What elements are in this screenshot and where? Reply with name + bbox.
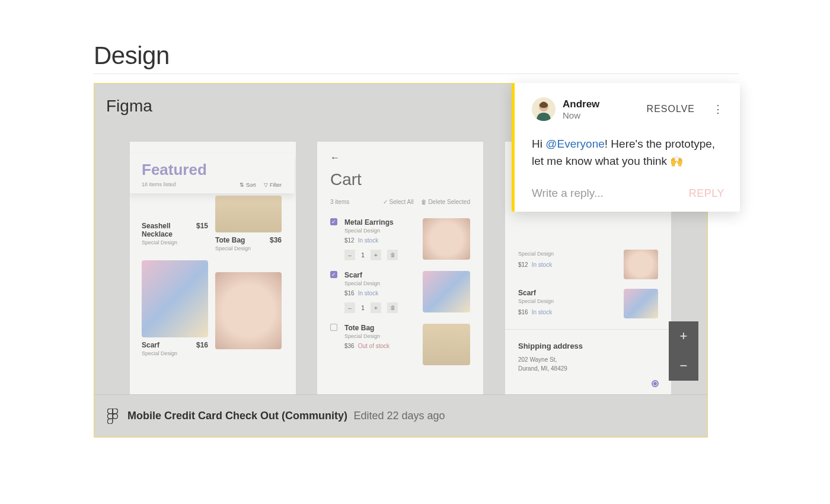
qty-increase-button[interactable]: + xyxy=(371,250,381,260)
sort-icon: ⇅ xyxy=(240,182,246,188)
product-name: Scarf xyxy=(142,341,159,349)
zoom-in-button[interactable]: + xyxy=(669,321,698,351)
cart-item-price: $36 xyxy=(344,343,355,349)
delete-selected-button[interactable]: 🗑 Delete Selected xyxy=(421,199,470,205)
zoom-controls: + − xyxy=(669,321,698,381)
product-image xyxy=(142,260,208,337)
stock-badge: In stock xyxy=(532,261,552,268)
reply-button[interactable]: REPLY xyxy=(689,187,724,200)
product-price: $15 xyxy=(196,222,208,230)
check-icon: ✓ xyxy=(383,199,390,205)
qty-increase-button[interactable]: + xyxy=(371,302,381,313)
divider xyxy=(94,74,739,74)
qty-decrease-button[interactable]: – xyxy=(344,302,355,313)
product-image xyxy=(423,218,470,260)
checkout-item-price: $16 xyxy=(518,309,528,315)
product-label: Special Design xyxy=(142,240,208,245)
artboard-featured: Tote Bag $36 Special Design Seashell Nec… xyxy=(130,142,296,395)
figma-logo-icon xyxy=(107,409,118,424)
qty-value: 1 xyxy=(357,252,368,259)
product-price: $16 xyxy=(196,341,208,349)
stock-badge: In stock xyxy=(532,309,552,315)
cart-item-name: Tote Bag xyxy=(344,324,417,332)
checkout-row: Scarf Special Design $16In stock xyxy=(505,284,671,323)
more-options-icon[interactable]: ⋮ xyxy=(711,103,724,116)
stock-badge: Out of stock xyxy=(358,343,390,349)
cart-item-name: Scarf xyxy=(344,271,417,279)
featured-title: Featured xyxy=(142,161,282,179)
cart-row: Tote Bag Special Design $36Out of stock xyxy=(317,315,483,368)
radio-selected-icon[interactable] xyxy=(652,380,659,387)
product-label: Special Design xyxy=(142,350,208,356)
product-name: Tote Bag xyxy=(215,236,245,244)
zoom-out-button[interactable]: − xyxy=(669,351,698,381)
cart-row: ✓ Scarf Special Design $16In stock – 1 +… xyxy=(317,263,483,315)
checkout-item-price: $12 xyxy=(518,261,528,268)
figma-brand-label: Figma xyxy=(106,97,152,116)
remove-item-button[interactable]: 🗑 xyxy=(387,302,398,313)
comment-body: Hi @Everyone! Here's the prototype, let … xyxy=(532,135,724,170)
remove-item-button[interactable]: 🗑 xyxy=(387,250,398,260)
raised-hands-emoji: 🙌 xyxy=(670,155,683,167)
cart-item-label: Special Design xyxy=(344,228,417,234)
qty-value: 1 xyxy=(357,305,368,311)
product-image xyxy=(624,289,658,318)
comment-timestamp: Now xyxy=(563,110,640,120)
checkout-item-label: Special Design xyxy=(518,251,619,257)
filter-button[interactable]: ▽ Filter xyxy=(264,182,282,188)
checkout-item-name: Scarf xyxy=(518,289,619,297)
file-name: Mobile Credit Card Check Out (Community) xyxy=(127,410,347,422)
avatar xyxy=(532,97,556,121)
comment-popover: Andrew Now RESOLVE ⋮ Hi @Everyone! Here'… xyxy=(512,83,740,212)
address-line: 202 Wayne St, xyxy=(518,355,658,364)
checkout-item-label: Special Design xyxy=(518,298,619,304)
stock-badge: In stock xyxy=(358,290,378,296)
figma-footer: Mobile Credit Card Check Out (Community)… xyxy=(94,394,707,437)
cart-item-label: Special Design xyxy=(344,333,417,339)
cart-item-count: 3 items xyxy=(330,199,349,205)
cart-item-price: $16 xyxy=(344,290,355,296)
checkbox[interactable]: ✓ xyxy=(330,271,337,278)
product-name: Seashell Necklace xyxy=(142,222,189,238)
comment-author: Andrew xyxy=(563,98,640,110)
cart-item-name: Metal Earrings xyxy=(344,218,417,227)
qty-decrease-button[interactable]: – xyxy=(344,250,355,260)
reply-input[interactable]: Write a reply... xyxy=(532,187,689,200)
resolve-button[interactable]: RESOLVE xyxy=(647,104,695,114)
filter-icon: ▽ xyxy=(264,182,270,188)
shipping-title: Shipping address xyxy=(505,330,671,353)
product-image xyxy=(215,196,282,232)
product-price: $36 xyxy=(270,236,282,244)
back-arrow-icon[interactable]: ← xyxy=(330,152,470,163)
svg-point-0 xyxy=(113,413,117,418)
product-image xyxy=(215,272,282,349)
file-edited-time: Edited 22 days ago xyxy=(353,410,445,422)
checkbox[interactable]: ✓ xyxy=(330,218,337,225)
product-label: Special Design xyxy=(215,245,282,251)
cart-item-label: Special Design xyxy=(344,280,417,286)
cart-title: Cart xyxy=(330,170,470,189)
product-image xyxy=(423,324,470,365)
mention[interactable]: @Everyone xyxy=(545,138,605,150)
comment-accent-stripe xyxy=(512,83,515,212)
stock-badge: In stock xyxy=(358,237,378,244)
product-image xyxy=(423,271,470,312)
artboard-cart: ← Cart 3 items ✓ Select All 🗑 Delete Sel… xyxy=(317,142,483,395)
page-title: Design xyxy=(94,42,170,70)
cart-row: ✓ Metal Earrings Special Design $12In st… xyxy=(317,210,483,263)
address-line: Durand, MI, 48429 xyxy=(518,364,658,373)
checkout-row: Special Design $12In stock xyxy=(505,245,671,284)
checkbox[interactable] xyxy=(330,324,337,331)
cart-item-price: $12 xyxy=(344,237,355,244)
select-all-button[interactable]: ✓ Select All xyxy=(383,199,414,205)
sort-button[interactable]: ⇅ Sort xyxy=(240,182,256,188)
featured-header: Featured 18 items listed ⇅ Sort ▽ Filter xyxy=(130,154,295,193)
product-image xyxy=(624,250,658,279)
trash-icon: 🗑 xyxy=(421,199,429,205)
